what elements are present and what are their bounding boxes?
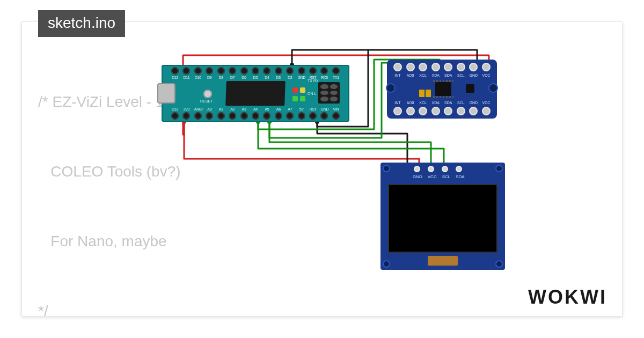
board-pin[interactable] bbox=[217, 112, 225, 120]
board-pin[interactable] bbox=[252, 67, 259, 75]
pin-hole-icon[interactable] bbox=[406, 63, 415, 71]
pin-hole-icon[interactable] bbox=[482, 107, 491, 115]
sensor-top-pins bbox=[393, 63, 491, 71]
pin-label: INT bbox=[393, 74, 402, 77]
file-tab-label: sketch.ino bbox=[48, 14, 115, 31]
oled-pin-row bbox=[414, 166, 462, 172]
pin-label: D2 bbox=[286, 76, 294, 79]
pin-label: 3V3 bbox=[182, 107, 190, 111]
reset-button[interactable] bbox=[203, 90, 212, 98]
board-pin[interactable] bbox=[298, 67, 305, 75]
pin-hole-icon[interactable] bbox=[482, 63, 491, 71]
txrx-label: TX RX bbox=[308, 79, 319, 83]
mount-hole-icon bbox=[488, 83, 498, 93]
board-pin[interactable] bbox=[171, 112, 179, 120]
board-pin[interactable] bbox=[275, 67, 282, 75]
pin-label: VIN bbox=[332, 107, 340, 111]
board-pin[interactable] bbox=[240, 67, 248, 75]
pin-label: SDA bbox=[444, 101, 452, 105]
board-pin[interactable] bbox=[286, 112, 294, 120]
pin-hole-icon[interactable] bbox=[431, 107, 440, 115]
board-pin[interactable] bbox=[298, 112, 305, 120]
board-pin[interactable] bbox=[320, 112, 328, 120]
pin-label: A6 bbox=[275, 107, 282, 111]
board-pin[interactable] bbox=[194, 112, 202, 120]
pin-hole-icon[interactable] bbox=[469, 107, 478, 115]
board-pin[interactable] bbox=[171, 67, 179, 75]
pin-label: GND bbox=[469, 74, 478, 77]
board-pin[interactable] bbox=[275, 112, 282, 120]
board-pin[interactable] bbox=[194, 67, 202, 75]
pin-label: XCL bbox=[419, 101, 427, 105]
pin-label: 5V bbox=[298, 107, 305, 111]
file-tab[interactable]: sketch.ino bbox=[38, 10, 125, 37]
pin-label: A0 bbox=[206, 107, 213, 111]
mpu6050-module[interactable]: INTAD0XCLXDASDASCLGNDVCC VCCGNDSCLSDAXDA… bbox=[387, 60, 497, 119]
pin-hole-icon[interactable] bbox=[431, 63, 440, 71]
board-pin[interactable] bbox=[182, 112, 190, 120]
board-pin[interactable] bbox=[182, 67, 190, 75]
pin-label: RST bbox=[309, 76, 317, 79]
pin-label: D10 bbox=[194, 76, 202, 79]
pin-hole-icon[interactable] bbox=[457, 107, 465, 115]
board-pin[interactable] bbox=[206, 67, 213, 75]
led-icon bbox=[300, 96, 305, 101]
board-pin[interactable] bbox=[217, 67, 225, 75]
mcu-chip-icon bbox=[225, 81, 286, 106]
onl-label: ON L bbox=[308, 92, 316, 96]
pin-label: TX1 bbox=[332, 76, 340, 79]
pin-hole-icon[interactable] bbox=[393, 63, 402, 71]
pin-hole-icon[interactable] bbox=[469, 63, 478, 71]
capacitor-icon bbox=[419, 90, 425, 97]
led-icon bbox=[292, 87, 298, 93]
pin-label: GND bbox=[320, 107, 328, 111]
pin-label: D6 bbox=[240, 76, 248, 79]
oled-pin-label: SCL bbox=[442, 174, 451, 179]
regulator-ic-icon bbox=[466, 84, 474, 93]
pin-label: XCL bbox=[419, 74, 427, 77]
pin-label: VCC bbox=[482, 101, 491, 105]
pin-hole-icon[interactable] bbox=[419, 107, 427, 115]
pin-label: D4 bbox=[263, 76, 270, 79]
oled-display-module[interactable]: GND VCC SCL SDA bbox=[380, 163, 505, 270]
board-pin[interactable] bbox=[229, 112, 236, 120]
board-pin[interactable] bbox=[240, 112, 248, 120]
board-pin[interactable] bbox=[263, 67, 270, 75]
usb-port-icon bbox=[157, 83, 175, 104]
board-pin[interactable] bbox=[332, 67, 340, 75]
pin-label: AD0 bbox=[406, 101, 415, 105]
board-pin[interactable] bbox=[263, 112, 270, 120]
pin-label: D11 bbox=[182, 76, 190, 79]
isp-header-icon bbox=[318, 82, 340, 104]
pin-label: GND bbox=[298, 76, 305, 79]
pin-row-top bbox=[171, 67, 340, 75]
oled-pin-label: SDA bbox=[456, 174, 464, 179]
pin-label: D3 bbox=[275, 76, 282, 79]
editor-card: sketch.ino /* EZ-ViZi Level - 1.0 24/10/… bbox=[21, 21, 623, 317]
board-pin[interactable] bbox=[309, 112, 317, 120]
pin-label: A7 bbox=[286, 107, 294, 111]
pin-label: A3 bbox=[240, 107, 248, 111]
board-pin[interactable] bbox=[229, 67, 236, 75]
pin-hole-icon[interactable] bbox=[393, 107, 402, 115]
sensor-ic-icon bbox=[435, 82, 451, 96]
pin-hole-icon[interactable] bbox=[419, 63, 427, 71]
sensor-bottom-pins bbox=[393, 107, 491, 115]
pin-hole-icon[interactable] bbox=[457, 63, 465, 71]
pin-hole-icon[interactable] bbox=[444, 107, 452, 115]
board-pin[interactable] bbox=[252, 112, 259, 120]
board-pin[interactable] bbox=[332, 112, 340, 120]
pin-hole-icon[interactable] bbox=[406, 107, 415, 115]
arduino-nano-board[interactable]: RESET TX RX ON L D12D11D10D9D8D7D6D5D4D3… bbox=[162, 65, 349, 122]
board-pin[interactable] bbox=[309, 67, 317, 75]
oled-screen bbox=[388, 184, 497, 253]
board-pin[interactable] bbox=[286, 67, 294, 75]
mount-hole-icon bbox=[495, 260, 503, 268]
code-line: */ bbox=[38, 299, 317, 322]
board-pin[interactable] bbox=[206, 112, 213, 120]
pin-label: A5 bbox=[263, 107, 270, 111]
circuit-canvas[interactable]: RESET TX RX ON L D12D11D10D9D8D7D6D5D4D3… bbox=[156, 43, 532, 280]
pin-label: D5 bbox=[252, 76, 259, 79]
board-pin[interactable] bbox=[320, 67, 328, 75]
pin-hole-icon[interactable] bbox=[444, 63, 452, 71]
